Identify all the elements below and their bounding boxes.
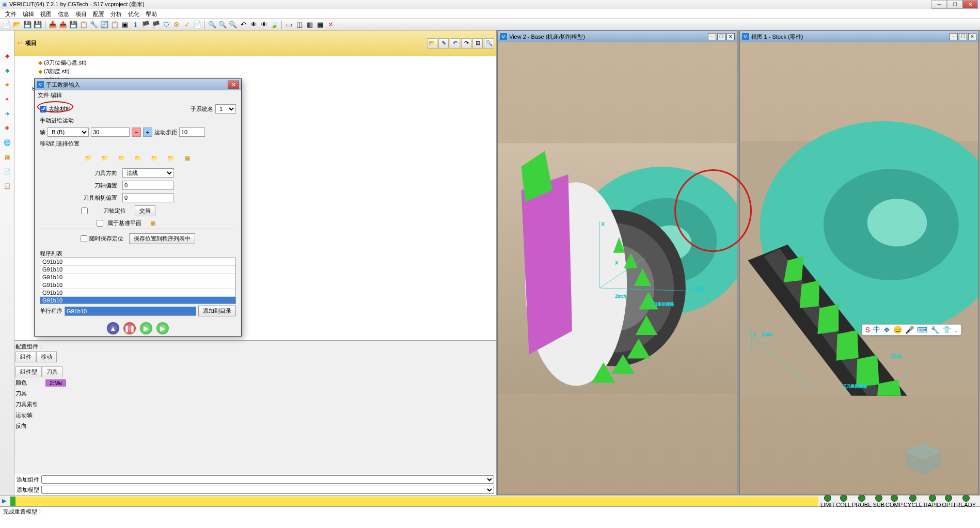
view-close-icon[interactable]: ✕ xyxy=(726,33,735,40)
add-model-select[interactable] xyxy=(41,486,494,494)
tree-item[interactable]: (3刀位偏心盘.stl) xyxy=(44,59,87,67)
play-icon[interactable]: ▶ xyxy=(0,498,8,504)
lt-2-icon[interactable]: ◆ xyxy=(3,66,12,75)
view-min-icon[interactable]: ─ xyxy=(950,33,958,40)
axis-select[interactable]: B (B) xyxy=(48,127,89,137)
panel-btn-4[interactable]: ↷ xyxy=(461,38,471,49)
ime-drop-icon[interactable]: ↓ xyxy=(954,326,958,334)
swap-button[interactable]: 交替 xyxy=(135,205,155,216)
doc-icon[interactable]: 📄 xyxy=(193,20,202,29)
menu-file[interactable]: 文件 xyxy=(2,9,20,19)
lt-10-icon[interactable]: 📋 xyxy=(3,181,12,190)
menu-help[interactable]: 帮助 xyxy=(143,9,160,19)
lt-7-icon[interactable]: 🌐 xyxy=(3,138,12,147)
zoom-fit-icon[interactable]: 🔍 xyxy=(228,20,238,29)
tab-comptype[interactable]: 组件型 xyxy=(15,366,42,377)
progress-bar[interactable] xyxy=(10,497,818,506)
undo-icon[interactable]: ↶ xyxy=(239,20,248,29)
layout3-icon[interactable]: ▥ xyxy=(305,20,314,29)
add-component-select[interactable] xyxy=(41,475,494,484)
remove-material-checkbox[interactable] xyxy=(40,106,46,113)
view-close-icon[interactable]: ✕ xyxy=(968,33,976,40)
save-to-list-button[interactable]: 保存位置到程序列表中 xyxy=(129,233,195,244)
pos-icon-1[interactable]: 📁 xyxy=(83,152,94,164)
plane-icon[interactable]: ▦ xyxy=(150,220,155,227)
view-2[interactable]: V View 2 - Base (机床/切削模型) ─ ☐ ✕ xyxy=(497,30,737,495)
info-icon[interactable]: ℹ xyxy=(131,20,140,29)
layout4-icon[interactable]: ▦ xyxy=(315,20,325,29)
layout2-icon[interactable]: ◫ xyxy=(295,20,304,29)
zoom-out-icon[interactable]: 🔍 xyxy=(218,20,227,29)
panel-btn-6[interactable]: 🔍 xyxy=(484,38,494,49)
back-icon[interactable]: ↩ xyxy=(18,40,22,46)
dialog-titlebar[interactable]: V 手工数据输入 ✕ xyxy=(35,79,241,90)
lt-9-icon[interactable]: 📄 xyxy=(3,167,12,176)
list-item[interactable]: G91b10 xyxy=(40,274,235,281)
color-swatch[interactable]: 2:Me xyxy=(45,379,66,387)
lt-8-icon[interactable]: ▦ xyxy=(3,152,12,162)
save-always-checkbox[interactable] xyxy=(81,235,87,242)
axis-value-input[interactable] xyxy=(91,127,130,137)
leaf-icon[interactable]: 🍃 xyxy=(270,20,279,29)
gear-icon[interactable]: ⚙ xyxy=(172,20,181,29)
new-icon[interactable]: 📄 xyxy=(2,20,11,29)
view-max-icon[interactable]: ☐ xyxy=(717,33,725,40)
ime-punct-icon[interactable]: ❖ xyxy=(883,326,890,334)
cube-icon[interactable]: ▣ xyxy=(120,20,130,29)
list-icon[interactable]: 📋 xyxy=(110,20,119,29)
lt-5-icon[interactable]: ➜ xyxy=(3,109,12,118)
list-item[interactable]: G91b10 xyxy=(40,289,235,297)
save-icon[interactable]: 💾 xyxy=(23,20,32,29)
view2-scene[interactable]: X X Zmch Z刀座体调整 Z刀头 xyxy=(498,42,737,494)
tool-icon[interactable]: 🔧 xyxy=(89,20,99,29)
check-icon[interactable]: ✓ xyxy=(182,20,192,29)
zoom-in-icon[interactable]: 🔍 xyxy=(208,20,217,29)
pos-icon-3[interactable]: 📁 xyxy=(116,152,127,164)
pos-icon-6[interactable]: 📁 xyxy=(165,152,177,164)
tab-component[interactable]: 组件 xyxy=(15,351,36,362)
pos-icon-4[interactable]: 📁 xyxy=(132,152,144,164)
plus-button[interactable]: + xyxy=(143,127,152,137)
lt-3-icon[interactable]: ★ xyxy=(3,80,12,89)
minus-button[interactable]: − xyxy=(132,127,141,137)
menu-analysis[interactable]: 分析 xyxy=(107,9,125,19)
layout1-icon[interactable]: ▭ xyxy=(284,20,294,29)
menu-info[interactable]: 信息 xyxy=(55,9,72,19)
rewind-button[interactable]: ▲ xyxy=(107,322,119,334)
lt-6-icon[interactable]: ✚ xyxy=(3,123,12,133)
lt-1-icon[interactable]: ◆ xyxy=(3,51,12,60)
tool-dir-select[interactable]: 法线 xyxy=(122,168,174,178)
view-min-icon[interactable]: ─ xyxy=(708,33,716,40)
ime-tool-icon[interactable]: 🔧 xyxy=(930,326,939,334)
tree-item[interactable]: (3刻度.stl) xyxy=(44,68,70,75)
view-1[interactable]: V 视图 1 - Stock (零件) ─ ☐ ✕ xyxy=(739,30,979,495)
pause-button[interactable]: ❚❚ xyxy=(123,322,136,334)
tan-offset-input[interactable] xyxy=(122,193,174,202)
open-icon[interactable]: 📂 xyxy=(12,20,22,29)
ime-logo-icon[interactable]: S xyxy=(865,326,870,334)
lt-4-icon[interactable]: ✦ xyxy=(3,94,12,104)
base-plane-checkbox[interactable] xyxy=(97,220,103,227)
list-item-selected[interactable]: G91b10 xyxy=(40,297,235,304)
menu-optimize[interactable]: 优化 xyxy=(125,9,143,19)
list-item[interactable]: G91b10 xyxy=(40,266,235,274)
axis-offset-input[interactable] xyxy=(122,181,174,190)
shield-icon[interactable]: 🛡 xyxy=(162,20,171,29)
view1-scene[interactable]: X Zmch Z刀座体调整 Z刀头 xyxy=(740,42,979,494)
ime-mic-icon[interactable]: 🎤 xyxy=(905,326,914,334)
dialog-close-button[interactable]: ✕ xyxy=(228,81,239,89)
pos-icon-5[interactable]: 📁 xyxy=(149,152,160,164)
view-max-icon[interactable]: ☐ xyxy=(959,33,967,40)
list-item[interactable]: G91b10 xyxy=(40,258,235,266)
import-icon[interactable]: 📥 xyxy=(48,20,57,29)
ime-toolbar[interactable]: S 中 ❖ 😊 🎤 ⌨ 🔧 👕 ↓ xyxy=(862,324,961,335)
eye2-icon[interactable]: 👁 xyxy=(259,20,268,29)
ime-lang[interactable]: 中 xyxy=(873,325,880,334)
saveall-icon[interactable]: 💾 xyxy=(33,20,42,29)
flag1-icon[interactable]: 🏴 xyxy=(141,20,150,29)
pos-icon-2[interactable]: 📁 xyxy=(99,152,110,164)
menu-view[interactable]: 视图 xyxy=(37,9,55,19)
pos-icon-7[interactable]: ▦ xyxy=(182,152,193,164)
flag2-icon[interactable]: 🏴 xyxy=(151,20,161,29)
del-icon[interactable]: ✕ xyxy=(326,20,335,29)
